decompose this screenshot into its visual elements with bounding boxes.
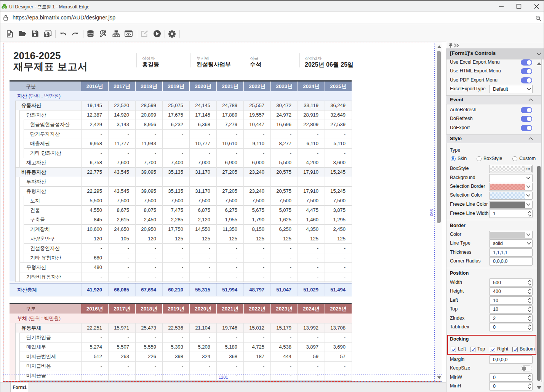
svg-text:A: A bbox=[3, 5, 5, 9]
